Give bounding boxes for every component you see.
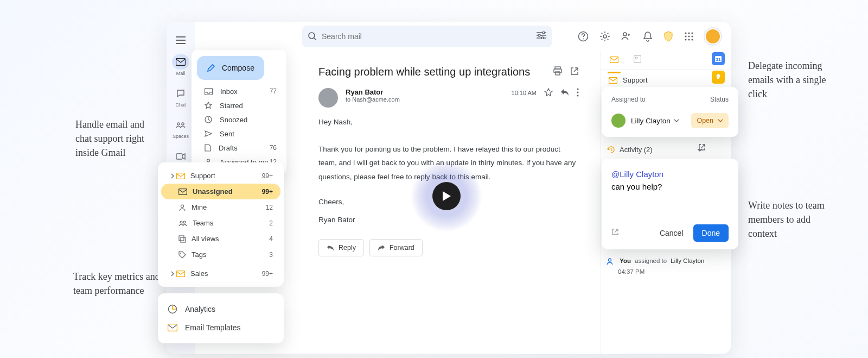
assign-card: Assigned to Status Lilly Clayton Open — [602, 87, 738, 137]
svg-rect-23 — [556, 72, 560, 75]
hamburger-menu[interactable] — [173, 33, 189, 47]
annotation-right-top: Delegate incoming emails with a single c… — [748, 59, 840, 101]
status-dropdown[interactable]: Open — [691, 113, 729, 128]
group-sales[interactable]: Sales 99+ — [161, 266, 280, 281]
svg-rect-28 — [634, 55, 641, 62]
group-unassigned[interactable]: Unassigned 99+ — [161, 184, 280, 199]
send-icon — [205, 130, 212, 137]
chat-icon — [176, 89, 185, 98]
popout-icon[interactable] — [570, 67, 579, 78]
people-icon — [178, 220, 187, 227]
keep-addon[interactable] — [712, 71, 725, 84]
activity-popout[interactable] — [698, 143, 706, 153]
assignee-dropdown[interactable]: Lilly Clayton — [611, 114, 691, 128]
draft-icon — [205, 144, 211, 152]
reply-button[interactable]: Reply — [318, 239, 364, 256]
apps-icon[interactable] — [684, 32, 694, 41]
activity-label: Activity (2) — [620, 146, 697, 154]
starred-label: Starred — [220, 102, 277, 110]
tool-templates[interactable]: Email Templates — [162, 318, 279, 337]
mine-count: 12 — [266, 204, 273, 211]
user-avatar[interactable] — [705, 28, 721, 45]
tab-mail[interactable] — [608, 52, 621, 68]
settings-icon[interactable] — [599, 31, 610, 42]
svg-text:31: 31 — [716, 57, 721, 62]
note-text[interactable]: @Lilly Clayton can you help? — [611, 168, 729, 193]
star-icon — [205, 102, 212, 109]
sidebar-sent[interactable]: Sent — [194, 127, 284, 141]
note-mention: @Lilly Clayton — [611, 169, 663, 179]
sidebar-panel: Compose Inbox 77 Starred Snoozed Sent Dr… — [192, 50, 286, 174]
inbox-label: Inbox — [220, 87, 270, 96]
done-button[interactable]: Done — [693, 224, 729, 242]
bulb-icon — [715, 73, 722, 81]
svg-point-17 — [691, 35, 693, 37]
print-icon[interactable] — [553, 66, 563, 78]
templates-icon — [168, 324, 177, 331]
group-allviews[interactable]: All views 4 — [161, 231, 280, 247]
forward-label: Forward — [390, 244, 414, 252]
bell-icon[interactable] — [643, 31, 653, 42]
activity-section[interactable]: Activity (2) — [601, 142, 709, 157]
activity-time: 04:37 PM — [618, 268, 714, 275]
sent-label: Sent — [220, 130, 277, 138]
help-icon[interactable] — [578, 31, 589, 42]
rail-chat[interactable]: Chat — [167, 83, 195, 110]
history-icon — [607, 146, 615, 154]
chevron-right-icon — [170, 173, 175, 179]
tune-icon — [537, 32, 546, 39]
star-icon[interactable] — [544, 88, 553, 98]
tool-analytics[interactable]: Analytics — [162, 300, 279, 318]
people-icon[interactable] — [621, 32, 632, 41]
teams-count: 2 — [269, 219, 273, 227]
svg-point-7 — [541, 37, 544, 39]
tools-panel: Analytics Email Templates — [158, 293, 284, 343]
search-input[interactable] — [322, 32, 537, 41]
group-teams[interactable]: Teams 2 — [161, 215, 280, 231]
tags-label: Tags — [192, 250, 269, 259]
rail-chat-label: Chat — [175, 102, 186, 108]
shield-icon[interactable] — [663, 31, 673, 42]
sidebar-inbox[interactable]: Inbox 77 — [194, 84, 284, 98]
topbar-icons — [578, 28, 721, 45]
play-overlay[interactable] — [411, 161, 482, 231]
svg-rect-38 — [179, 189, 187, 194]
chevron-down-icon — [674, 119, 679, 122]
sender-avatar[interactable] — [318, 88, 338, 108]
drafts-count: 76 — [270, 144, 277, 152]
svg-point-15 — [685, 35, 686, 37]
sidebar-snoozed[interactable]: Snoozed — [194, 112, 284, 127]
compose-label: Compose — [222, 64, 254, 72]
pencil-icon — [207, 64, 215, 72]
reply-icon[interactable] — [560, 89, 569, 97]
reply-label: Reply — [339, 244, 356, 252]
group-mine[interactable]: Mine 12 — [161, 199, 280, 215]
svg-rect-22 — [554, 69, 561, 73]
forward-button[interactable]: Forward — [369, 239, 423, 256]
popout-icon — [698, 143, 706, 151]
search-bar[interactable] — [302, 26, 552, 47]
search-tune[interactable] — [537, 32, 546, 41]
chevron-down-icon — [718, 119, 723, 122]
play-icon — [442, 191, 451, 202]
chevron-right-icon — [170, 271, 175, 277]
tab-contact[interactable] — [631, 52, 643, 68]
rail-mail[interactable]: Mail — [167, 52, 195, 79]
group-tags[interactable]: Tags 3 — [161, 247, 280, 262]
rail-spaces[interactable]: Spaces — [167, 115, 195, 142]
compose-button[interactable]: Compose — [197, 56, 264, 80]
analytics-label: Analytics — [185, 305, 215, 313]
svg-point-40 — [180, 221, 182, 223]
calendar-addon[interactable]: 31 — [712, 52, 725, 65]
note-popout[interactable] — [611, 228, 619, 238]
svg-point-1 — [177, 123, 180, 125]
assigned-heading: Assigned to — [611, 96, 710, 103]
svg-point-5 — [542, 32, 545, 34]
sidebar-starred[interactable]: Starred — [194, 98, 284, 112]
sidebar-drafts[interactable]: Drafts 76 — [194, 141, 284, 155]
group-support[interactable]: Support 99+ — [161, 168, 280, 184]
cancel-button[interactable]: Cancel — [653, 225, 690, 241]
allviews-label: All views — [192, 235, 269, 243]
more-icon[interactable] — [577, 88, 579, 98]
assignee-avatar — [611, 114, 626, 128]
